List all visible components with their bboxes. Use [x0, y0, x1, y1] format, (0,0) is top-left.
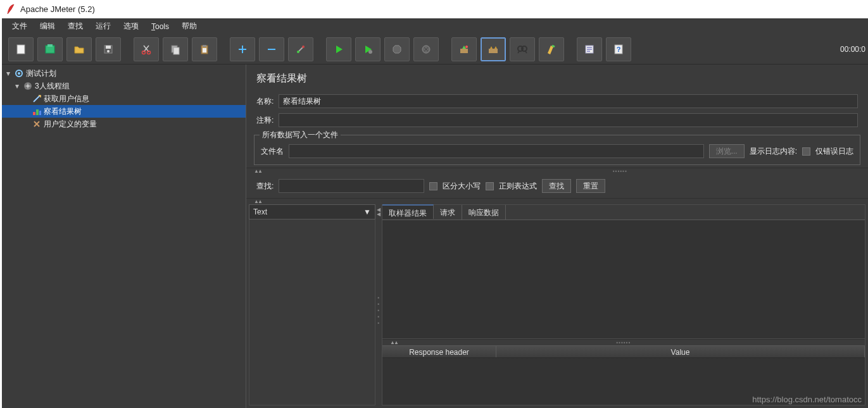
svg-rect-11: [203, 45, 206, 47]
menu-edit[interactable]: 编辑: [34, 18, 61, 34]
svg-rect-31: [39, 111, 41, 115]
twisty-icon[interactable]: ▾: [4, 69, 12, 78]
menu-search[interactable]: 查找: [61, 18, 89, 34]
new-button[interactable]: [8, 37, 34, 61]
cut-button[interactable]: [134, 37, 159, 61]
search-bar: 查找: 区分大小写 正则表达式 查找 重置: [246, 174, 868, 198]
resultstree-icon: [32, 106, 42, 116]
result-detail-pane: 取样器结果 请求 响应数据 ▲▲ ▪▪▪▪▪▪ Response header …: [382, 204, 865, 405]
help-button[interactable]: ?: [606, 37, 631, 61]
tree-item-http[interactable]: 获取用户信息: [2, 92, 246, 105]
filename-input[interactable]: [289, 144, 704, 158]
vertical-splitter[interactable]: ◀◀ ▪▪▪▪▪: [375, 204, 382, 405]
renderer-dropdown[interactable]: Text ▼: [249, 204, 375, 219]
start-button[interactable]: [326, 37, 351, 61]
svg-rect-19: [489, 49, 493, 53]
menu-help[interactable]: 帮助: [175, 18, 203, 34]
svg-point-6: [142, 51, 146, 54]
collapse-handle-2[interactable]: ▲▲: [246, 198, 868, 204]
tab-request[interactable]: 请求: [434, 205, 462, 219]
start-no-timers-button[interactable]: [355, 37, 381, 61]
comment-input[interactable]: [279, 113, 858, 127]
svg-rect-0: [17, 45, 25, 54]
search-input[interactable]: [279, 179, 424, 193]
copy-button[interactable]: [163, 37, 188, 61]
tree-item-vars[interactable]: 用户定义的变量: [2, 118, 246, 130]
tree-item-results[interactable]: 察看结果树: [2, 105, 246, 118]
jmeter-feather-icon: [6, 4, 15, 15]
browse-button[interactable]: 浏览...: [709, 144, 745, 158]
svg-text:?: ?: [617, 46, 621, 53]
svg-rect-29: [33, 112, 35, 115]
col-response-header[interactable]: Response header: [382, 346, 496, 357]
chevron-up-icon: ▲▲: [254, 199, 261, 204]
menu-file[interactable]: 文件: [6, 18, 34, 34]
sampler-icon: [32, 94, 42, 104]
expand-button[interactable]: [230, 37, 255, 61]
toolbar: ? 00:00:0: [2, 34, 868, 65]
comment-row: 注释:: [246, 111, 868, 130]
svg-point-14: [302, 46, 305, 48]
menu-options[interactable]: 选项: [117, 18, 145, 34]
collapse-handle-1[interactable]: ▲▲ ▪▪▪▪▪▪: [246, 168, 868, 174]
results-panes: Text ▼ ◀◀ ▪▪▪▪▪ 取样器结果 请求 响应数据: [249, 204, 865, 405]
svg-rect-4: [106, 46, 111, 49]
stop-button[interactable]: [384, 37, 410, 61]
variables-icon: [32, 119, 42, 129]
save-button[interactable]: [96, 37, 121, 61]
paste-button[interactable]: [192, 37, 217, 61]
test-plan-tree[interactable]: ▾ 测试计划 ▾ 3人线程组 获取用户信息 察看结果树 用户定义的变量: [2, 65, 246, 408]
name-input[interactable]: [279, 94, 858, 108]
sampler-result-body[interactable]: [382, 220, 865, 339]
tree-threadgroup[interactable]: ▾ 3人线程组: [2, 80, 246, 92]
reset-search-button[interactable]: [539, 37, 564, 61]
svg-rect-9: [173, 47, 179, 54]
open-button[interactable]: [66, 37, 92, 61]
tree-label: 测试计划: [26, 68, 56, 79]
tab-response[interactable]: 响应数据: [462, 205, 506, 219]
window-titlebar: Apache JMeter (5.2): [0, 0, 868, 18]
renderer-value: Text: [253, 207, 267, 216]
detail-tabs: 取样器结果 请求 响应数据: [382, 205, 865, 220]
chevron-up-icon: ▲▲: [254, 168, 261, 174]
filename-label: 文件名: [261, 146, 284, 157]
results-list[interactable]: [249, 219, 375, 405]
tab-sampler-result[interactable]: 取样器结果: [382, 204, 434, 219]
col-value[interactable]: Value: [496, 346, 865, 357]
regex-checkbox[interactable]: [486, 182, 494, 190]
regex-label: 正则表达式: [499, 181, 537, 192]
tree-label: 察看结果树: [44, 106, 82, 117]
svg-rect-2: [47, 44, 53, 47]
shutdown-button[interactable]: [413, 37, 439, 61]
chevron-left-icon: ◀◀: [376, 207, 382, 216]
collapse-button[interactable]: [259, 37, 284, 61]
headers-table-body[interactable]: [382, 358, 865, 405]
run-timer: 00:00:0: [840, 45, 868, 54]
show-log-label: 显示日志内容:: [750, 146, 797, 157]
find-button[interactable]: 查找: [542, 179, 571, 193]
tree-label: 获取用户信息: [44, 94, 89, 104]
case-sensitive-checkbox[interactable]: [429, 182, 437, 190]
svg-rect-30: [36, 109, 39, 115]
toggle-button[interactable]: [288, 37, 313, 61]
grip-icon: ▪▪▪▪▪▪: [613, 168, 627, 174]
templates-button[interactable]: [37, 37, 63, 61]
clear-all-button[interactable]: [481, 37, 506, 61]
errors-only-checkbox[interactable]: [802, 147, 810, 156]
collapse-handle-3[interactable]: ▲▲ ▪▪▪▪▪▪: [382, 339, 865, 345]
comment-label: 注释:: [256, 115, 274, 126]
tab-body: ▲▲ ▪▪▪▪▪▪ Response header Value: [382, 220, 865, 405]
menu-tools[interactable]: Tools: [145, 20, 175, 34]
twisty-icon[interactable]: ▾: [13, 82, 21, 90]
headers-table-head: Response header Value: [382, 345, 865, 358]
search-tree-button[interactable]: [510, 37, 535, 61]
svg-point-15: [368, 50, 372, 54]
file-output-fieldset: 所有数据写入一个文件 文件名 浏览... 显示日志内容: 仅错误日志: [254, 135, 860, 165]
grip-icon: ▪▪▪▪▪: [376, 295, 382, 326]
function-helper-button[interactable]: [577, 37, 602, 61]
reset-button[interactable]: 重置: [576, 179, 605, 193]
editor-panel: 察看结果树 名称: 注释: 所有数据写入一个文件 文件名 浏览... 显示日志内…: [246, 65, 868, 408]
menu-run[interactable]: 运行: [89, 18, 117, 34]
tree-root[interactable]: ▾ 测试计划: [2, 67, 246, 80]
clear-button[interactable]: [451, 37, 477, 61]
